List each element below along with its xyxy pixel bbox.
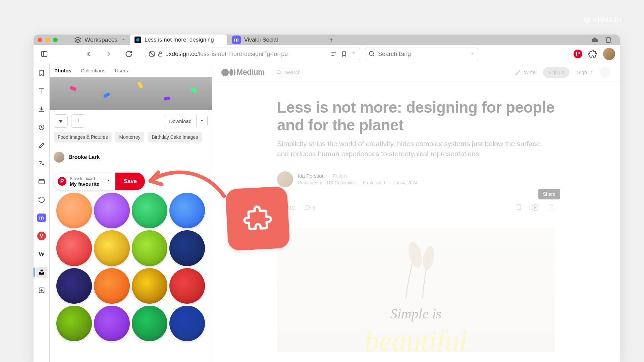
reading-list-panel-icon[interactable] [36,86,47,97]
svg-marker-20 [534,206,536,208]
url-text: uxdesign.cc/less-is-not-more-designing-f… [165,51,327,58]
follow-link[interactable]: Follow [333,173,347,179]
sync-icon[interactable] [590,36,598,44]
site-permissions-icon[interactable] [149,51,155,57]
search-field[interactable] [365,48,478,60]
tag-chip[interactable]: Birthday Cake Images [148,132,202,142]
address-bar: uxdesign.cc/less-is-not-more-designing-f… [34,45,620,63]
download-button[interactable]: Download [164,115,208,127]
vivaldi-panel-icon[interactable]: V [36,231,47,241]
maximize-window-button[interactable] [53,38,58,42]
tab-title: Less is not more: designing [145,37,214,43]
chevron-down-icon[interactable] [101,178,115,184]
photographer-avatar [54,152,64,163]
svg-point-22 [421,245,436,270]
pinterest-extension-icon[interactable]: P [574,50,582,58]
wikipedia-panel-icon[interactable]: W [36,249,47,259]
publication-link[interactable]: UX Collective [327,180,355,185]
profile-avatar[interactable] [603,48,615,60]
pin-board-selector[interactable]: Save to board My favourite [70,176,101,187]
share-icon[interactable] [547,203,555,211]
mastodon-icon: m [232,36,241,44]
author-avatar[interactable] [277,171,293,187]
close-window-button[interactable] [38,38,42,42]
chevron-down-icon[interactable] [470,52,475,56]
side-panel: m V W [34,63,50,362]
window-panel-icon[interactable] [36,176,47,187]
signin-link[interactable]: Sign in [577,69,592,75]
add-panel-icon[interactable] [36,285,47,296]
svg-point-0 [584,17,590,23]
svg-rect-1 [42,52,47,57]
tag-chip[interactable]: Food Images & Pictures [54,132,112,142]
tab[interactable]: m Vivaldi Social [227,35,325,45]
photo-tab-users[interactable]: Users [115,68,128,73]
write-button[interactable]: Write [515,69,536,76]
pin-save-button[interactable]: Save [115,173,145,190]
like-button[interactable]: ♥ [54,114,68,128]
window-controls [38,38,70,42]
url-field[interactable]: uxdesign.cc/less-is-not-more-designing-f… [146,48,360,60]
photo-tab-photos[interactable]: Photos [54,68,71,73]
author-name[interactable]: Ida Persson [298,173,325,179]
read-time: 6 min read [363,180,385,185]
history-panel-icon[interactable] [36,122,47,133]
photo-tab-collections[interactable]: Collections [81,68,105,73]
share-tooltip: Share [538,189,560,199]
translate-panel-icon[interactable] [36,158,47,169]
back-button[interactable] [83,48,95,60]
article-subtitle: Simplicity strips the world of creativit… [277,139,555,159]
svg-rect-12 [39,180,44,184]
signup-button[interactable]: Sign up [543,67,570,78]
add-to-collection-button[interactable]: + [71,114,85,128]
reader-mode-icon[interactable] [330,51,337,57]
svg-rect-5 [159,54,162,56]
photo-tabs: Photos Collections Users [50,63,212,77]
workspaces-button[interactable]: Workspaces [70,37,130,44]
chevron-down-icon[interactable] [351,51,356,55]
puzzle-piece-icon [242,203,274,235]
user-avatar[interactable] [600,67,610,78]
chevron-down-icon[interactable] [196,115,207,127]
search-icon [369,51,375,57]
reload-button[interactable] [123,48,135,60]
unsplash-panel-icon[interactable] [36,267,47,278]
mastodon-panel-icon[interactable]: m [36,213,47,223]
downloads-panel-icon[interactable] [36,104,47,115]
tab-active[interactable]: Less is not more: designing [130,35,227,45]
site-header: Medium Search Write Sign up Sign in [212,63,620,82]
extensions-icon[interactable] [588,50,597,58]
site-search[interactable]: Search [271,67,306,78]
trash-icon[interactable] [604,36,612,44]
lock-icon [157,51,163,57]
notes-panel-icon[interactable] [36,140,47,151]
comment-button[interactable]: 9 [304,204,315,211]
vivaldi-watermark: VIVALDI [584,16,622,23]
photo-web-panel: Photos Collections Users ♥ + Download [50,63,212,362]
pinterest-icon: P [58,177,66,186]
publish-date: Jan 4, 2024 [393,180,418,185]
callout-arrow [144,161,227,201]
svg-line-18 [280,73,281,74]
tab-title: Vivaldi Social [244,37,278,43]
sessions-panel-icon[interactable] [36,194,47,205]
new-tab-button[interactable]: + [325,35,338,45]
bookmarks-panel-icon[interactable] [36,68,47,78]
tag-chip[interactable]: Monterrey [115,132,144,142]
medium-logo[interactable]: Medium [221,68,265,77]
save-icon[interactable] [515,204,523,211]
bookmark-icon[interactable] [341,51,347,57]
photo-thumbnail[interactable] [50,77,212,110]
svg-point-21 [406,240,424,269]
search-input[interactable] [378,51,467,58]
extension-callout-badge [225,186,290,251]
tab-bar: Workspaces Less is not more: designing m… [34,35,620,45]
svg-point-9 [370,52,374,56]
listen-icon[interactable] [531,204,539,211]
browser-window: Workspaces Less is not more: designing m… [34,35,620,362]
minimize-window-button[interactable] [45,38,50,42]
forward-button[interactable] [103,48,115,60]
pinterest-save-widget: P Save to board My favourite Save [54,173,145,190]
panel-toggle-button[interactable] [38,48,50,60]
article-meta: Ida Persson · Follow Published in UX Col… [277,171,555,187]
